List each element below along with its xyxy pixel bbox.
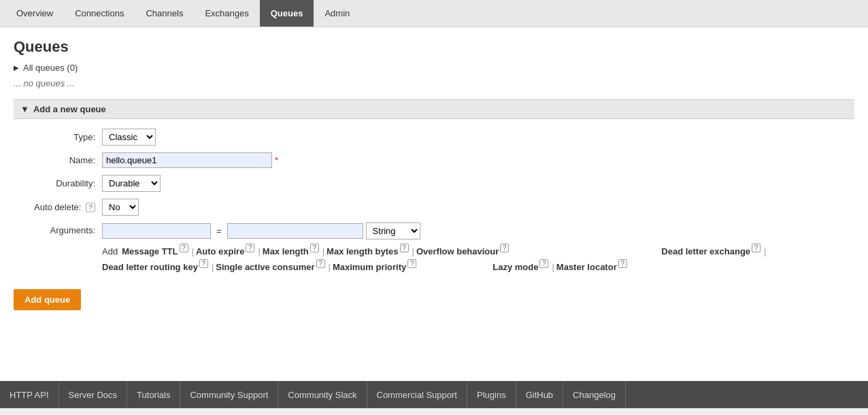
nav-queues[interactable]: Queues [260, 0, 314, 27]
top-nav: Overview Connections Channels Exchanges … [0, 0, 868, 27]
footer-server-docs[interactable]: Server Docs [59, 381, 128, 408]
arg-link-dead-letter-exchange[interactable]: Dead letter exchange [661, 244, 750, 259]
footer-tutorials[interactable]: Tutorials [127, 381, 180, 408]
overflow-behaviour-help-icon[interactable]: ? [500, 244, 509, 252]
section-triangle-icon: ▼ [20, 104, 29, 114]
maximum-priority-help-icon[interactable]: ? [407, 259, 416, 268]
arg-link-overflow-behaviour[interactable]: Overflow behaviour [416, 244, 499, 259]
arguments-content: = String Number Boolean Add Message TTL … [102, 222, 854, 276]
durability-select[interactable]: Durable Transient [102, 175, 161, 192]
arg-link-max-length-bytes[interactable]: Max length bytes [327, 244, 398, 259]
arg-link-message-ttl[interactable]: Message TTL [122, 244, 178, 259]
footer-changelog[interactable]: Changelog [563, 381, 626, 408]
sep3: | [322, 244, 324, 259]
footer-http-api[interactable]: HTTP API [0, 381, 59, 408]
add-queue-button[interactable]: Add queue [14, 289, 81, 310]
auto-delete-label: Auto delete: ? [27, 202, 102, 212]
footer-community-slack[interactable]: Community Slack [278, 381, 367, 408]
all-queues-toggle[interactable]: ▶ All queues (0) [14, 63, 854, 73]
arg-type-select[interactable]: String Number Boolean [366, 222, 420, 239]
arg-val-input[interactable] [227, 223, 363, 239]
all-queues-label: All queues (0) [23, 63, 78, 73]
sep7: | [329, 259, 331, 275]
arguments-row: Arguments: = String Number Boolean Add M… [27, 222, 854, 276]
footer-plugins[interactable]: Plugins [467, 381, 516, 408]
arg-link-auto-expire[interactable]: Auto expire [196, 244, 245, 259]
sep1: | [192, 244, 194, 259]
footer: HTTP API Server Docs Tutorials Community… [0, 381, 868, 408]
arg-key-input[interactable] [102, 223, 211, 239]
dead-letter-exchange-help-icon[interactable]: ? [752, 244, 761, 252]
sep4: | [412, 244, 414, 259]
single-active-consumer-help-icon[interactable]: ? [316, 259, 325, 268]
sep5: | [764, 244, 766, 259]
triangle-icon: ▶ [14, 64, 19, 71]
main-content: Queues ▶ All queues (0) ... no queues ..… [0, 27, 868, 381]
auto-delete-help-icon[interactable]: ? [86, 203, 95, 212]
arg-link-maximum-priority[interactable]: Maximum priority [333, 259, 406, 275]
auto-expire-help-icon[interactable]: ? [246, 244, 254, 252]
arg-link-max-length[interactable]: Max length [263, 244, 309, 259]
page-title: Queues [14, 38, 854, 56]
durability-label: Durability: [27, 178, 102, 188]
type-select[interactable]: Classic Quorum [102, 129, 156, 146]
arg-link-single-active-consumer[interactable]: Single active consumer [216, 259, 314, 275]
dead-letter-routing-key-help-icon[interactable]: ? [199, 259, 208, 268]
auto-delete-select[interactable]: No Yes [102, 199, 139, 216]
nav-connections[interactable]: Connections [64, 0, 135, 27]
type-row: Type: Classic Quorum [27, 129, 854, 146]
equals-sign: = [214, 226, 224, 236]
name-row: Name: * [27, 152, 854, 168]
nav-exchanges[interactable]: Exchanges [194, 0, 259, 27]
type-label: Type: [27, 132, 102, 142]
arg-links-area: Add Message TTL ? | Auto expire ? | Max … [102, 244, 854, 276]
arg-link-dead-letter-routing-key[interactable]: Dead letter routing key [102, 259, 198, 275]
master-locator-help-icon[interactable]: ? [618, 259, 627, 268]
arg-link-master-locator[interactable]: Master locator [556, 259, 617, 275]
footer-community-support[interactable]: Community Support [180, 381, 278, 408]
nav-overview[interactable]: Overview [5, 0, 64, 27]
sep6: | [212, 259, 214, 275]
section-title: Add a new queue [33, 104, 106, 114]
name-input[interactable] [102, 152, 272, 168]
args-inputs: = String Number Boolean [102, 222, 854, 239]
sep8: | [552, 259, 554, 275]
name-label: Name: [27, 155, 102, 165]
durability-row: Durability: Durable Transient [27, 175, 854, 192]
no-queues-text: ... no queues ... [14, 78, 854, 88]
required-star: * [275, 155, 278, 165]
nav-channels[interactable]: Channels [135, 0, 194, 27]
add-queue-form: Type: Classic Quorum Name: * Durability:… [27, 129, 854, 276]
lazy-mode-help-icon[interactable]: ? [539, 259, 548, 268]
footer-commercial-support[interactable]: Commercial Support [367, 381, 468, 408]
nav-admin[interactable]: Admin [314, 0, 361, 27]
add-label: Add [102, 244, 118, 259]
sep2: | [258, 244, 260, 259]
footer-github[interactable]: GitHub [516, 381, 563, 408]
max-length-bytes-help-icon[interactable]: ? [400, 244, 409, 252]
auto-delete-row: Auto delete: ? No Yes [27, 199, 854, 216]
message-ttl-help-icon[interactable]: ? [180, 244, 188, 252]
arg-link-lazy-mode[interactable]: Lazy mode [493, 259, 538, 275]
max-length-help-icon[interactable]: ? [310, 244, 319, 252]
arguments-label: Arguments: [27, 222, 102, 235]
add-queue-section-header[interactable]: ▼ Add a new queue [14, 99, 854, 119]
